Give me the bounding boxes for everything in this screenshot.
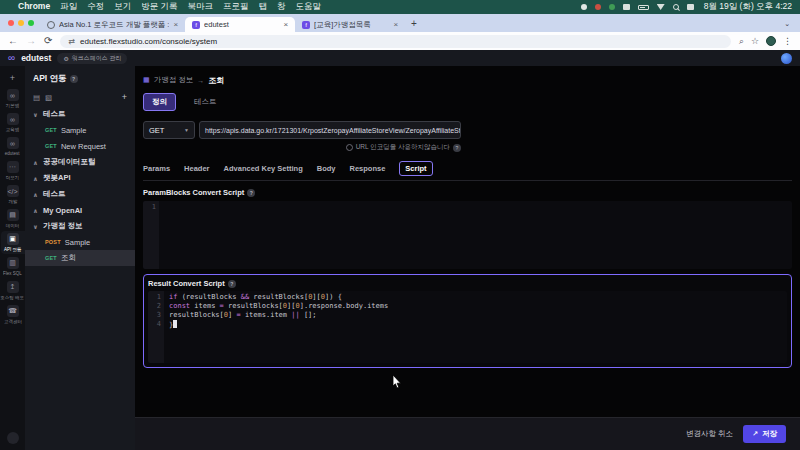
menu-item[interactable]: 도움말 <box>296 1 322 11</box>
tree-group[interactable]: ∧테스트 <box>25 186 135 202</box>
info-icon[interactable]: ? <box>247 189 255 197</box>
screen-mirror-icon[interactable] <box>623 4 630 10</box>
menu-item[interactable]: 보기 <box>114 1 131 11</box>
battery-icon[interactable] <box>638 5 649 10</box>
user-avatar[interactable] <box>781 53 792 64</box>
subtab-script[interactable]: Script <box>399 161 432 176</box>
browser-tab[interactable]: Asia No.1 로우코드 개발 플랫폼 :× <box>40 17 185 32</box>
add-request-button[interactable]: + <box>122 92 127 102</box>
rail-item-hosting-deploy[interactable]: ↥호스팅 배포 <box>1 279 25 302</box>
subtab-header[interactable]: Header <box>184 164 209 173</box>
tree-request-item[interactable]: GETSample <box>25 122 135 138</box>
rail-item-data[interactable]: ▤데이터 <box>1 207 25 230</box>
tree-request-item[interactable]: GETNew Request <box>25 138 135 154</box>
back-icon[interactable]: ← <box>8 36 18 46</box>
info-icon[interactable]: ? <box>70 75 78 83</box>
tree-item-label: New Request <box>61 142 106 151</box>
flexstudio-logo-icon[interactable]: ∞ <box>8 53 15 63</box>
rail-item-api-link[interactable]: ▣API 연동 <box>1 231 25 254</box>
rail-item-dev-code[interactable]: </>개발 <box>1 183 25 206</box>
minimize-window-button[interactable] <box>18 20 24 26</box>
tree-group[interactable]: ∧공공데이터포털 <box>25 154 135 170</box>
forward-icon[interactable]: → <box>26 36 36 46</box>
info-icon[interactable]: ? <box>228 280 236 288</box>
menu-item[interactable]: 수정 <box>87 1 104 11</box>
subtab-params[interactable]: Params <box>143 164 170 173</box>
menu-item[interactable]: 탭 <box>259 1 268 11</box>
menu-item[interactable]: 북마크 <box>188 1 214 11</box>
info-icon[interactable]: ? <box>453 144 461 152</box>
tree-group[interactable]: ∨가맹점 정보 <box>25 218 135 234</box>
browser-tab[interactable]: fedutest× <box>185 17 295 32</box>
rail-item-label: 기본앱 <box>6 102 20 107</box>
rail-profile-icon[interactable] <box>7 432 19 444</box>
rail-item-app-edutest[interactable]: ∞edutest <box>1 135 25 158</box>
rail-item-app-edu[interactable]: ∞교육앱 <box>1 111 25 134</box>
status-dot-icon[interactable] <box>581 4 587 10</box>
discard-changes-button[interactable]: 변경사항 취소 <box>686 429 733 439</box>
code-content[interactable]: if (resultBlocks && resultBlocks[0][0]) … <box>164 291 787 363</box>
tree-group[interactable]: ∨테스트 <box>25 106 135 122</box>
request-url-input[interactable]: https://apis.data.go.kr/1721301/KrpostZe… <box>199 121 461 139</box>
new-tab-button[interactable]: + <box>411 19 417 29</box>
meet-status-icon[interactable] <box>609 4 615 10</box>
tab-close-icon[interactable]: × <box>173 20 178 29</box>
workspace-manage-badge[interactable]: ⚙ 워크스페이스 관리 <box>57 53 127 64</box>
tab-테스트[interactable]: 테스트 <box>186 94 225 110</box>
zoom-window-button[interactable] <box>28 20 34 26</box>
tabs-container: Asia No.1 로우코드 개발 플랫폼 :×fedutest×f[교육]가맹… <box>40 17 405 32</box>
wifi-icon[interactable] <box>657 4 665 10</box>
subtab-body[interactable]: Body <box>317 164 336 173</box>
url-text[interactable]: edutest.flexstudio.com/console/system <box>80 37 217 46</box>
rail-item-more[interactable]: ⋯더보기 <box>1 159 25 182</box>
tab-close-icon[interactable]: × <box>283 20 288 29</box>
browser-profile-avatar[interactable] <box>766 36 776 46</box>
collection-icon[interactable]: ▤ <box>33 93 40 102</box>
subtab-response[interactable]: Response <box>349 164 385 173</box>
request-tree: ∨테스트GETSampleGETNew Request∧공공데이터포털∧챗봇AP… <box>25 106 135 450</box>
app-header: ∞ edutest ⚙ 워크스페이스 관리 <box>0 50 800 66</box>
menubar-clock[interactable]: 8월 19일 (화) 오후 4:22 <box>704 1 792 13</box>
support-center-icon: ☎ <box>7 305 19 317</box>
record-status-icon[interactable] <box>595 4 601 10</box>
address-bar[interactable]: ⇄ edutest.flexstudio.com/console/system <box>60 35 730 48</box>
menu-item[interactable]: 파일 <box>60 1 77 11</box>
subtab-advanced-key-setting[interactable]: Advanced Key Setting <box>224 164 303 173</box>
bookmark-star-icon[interactable]: ☆ <box>751 36 759 46</box>
tab-close-icon[interactable]: × <box>393 20 398 29</box>
tree-group[interactable]: ∧My OpenAI <box>25 202 135 218</box>
browser-tab[interactable]: f[교육]가맹점목록× <box>295 17 405 32</box>
param-script-editor[interactable]: 1 <box>143 201 792 269</box>
rail-item-app-basic[interactable]: ∞기본앱 <box>1 87 25 110</box>
chevron-icon: ∧ <box>33 207 39 214</box>
tree-group[interactable]: ∧챗봇API <box>25 170 135 186</box>
url-encoding-checkbox[interactable] <box>346 144 353 151</box>
menu-items: Chrome파일수정보기방문 기록북마크프로필탭창도움말 <box>18 1 331 13</box>
menu-item[interactable]: 창 <box>277 1 286 11</box>
breadcrumb-parent[interactable]: 가맹점 정보 <box>154 75 194 85</box>
tree-request-item[interactable]: GET조회 <box>25 250 135 266</box>
menu-item[interactable]: 프로필 <box>223 1 249 11</box>
rail-item-support-center[interactable]: ☎고객센터 <box>1 303 25 326</box>
method-select[interactable]: GET ▼ <box>143 121 195 139</box>
tab-정의[interactable]: 정의 <box>143 93 176 111</box>
zoom-search-icon[interactable]: ⌕ <box>739 36 744 47</box>
result-script-editor[interactable]: 1234if (resultBlocks && resultBlocks[0][… <box>148 291 787 363</box>
tab-switcher-icon[interactable]: ⇄ <box>68 37 75 46</box>
menu-item[interactable]: 방문 기록 <box>141 1 177 11</box>
rail-item-add-app[interactable]: + <box>1 70 25 86</box>
tree-request-item[interactable]: POSTSample <box>25 234 135 250</box>
folder-icon[interactable]: ▧ <box>45 93 52 102</box>
menu-item[interactable]: Chrome <box>18 1 50 11</box>
control-center-icon[interactable] <box>687 4 694 10</box>
browser-menu-kebab-icon[interactable]: ⋮ <box>783 36 792 46</box>
spotlight-search-icon[interactable] <box>673 4 679 10</box>
page-title: API 연동 ? <box>25 66 135 90</box>
code-content[interactable] <box>159 201 792 269</box>
rail-item-flex-sql[interactable]: ▥Flex SQL <box>1 255 25 278</box>
browser-tabstrip: Asia No.1 로우코드 개발 플랫폼 :×fedutest×f[교육]가맹… <box>0 14 800 32</box>
save-button[interactable]: ↗ 저장 <box>743 425 786 443</box>
tab-search-chevron-icon[interactable]: ⌄ <box>784 20 790 28</box>
reload-icon[interactable]: ⟳ <box>44 36 52 46</box>
close-window-button[interactable] <box>8 20 14 26</box>
